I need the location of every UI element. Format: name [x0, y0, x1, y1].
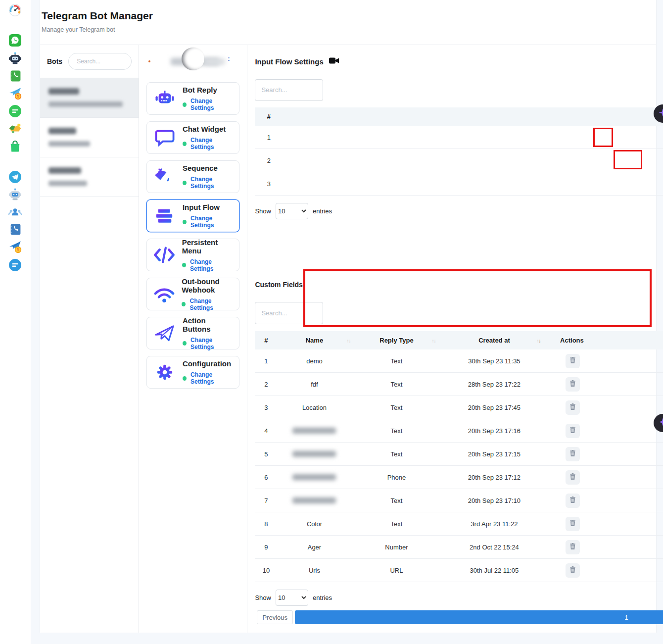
settings-card-sequence[interactable]: SequenceChange Settings	[146, 160, 239, 193]
delete-button[interactable]	[566, 354, 580, 368]
sparkle-icon	[658, 417, 663, 429]
sort-icon[interactable]: ↑↓	[346, 338, 350, 343]
delete-button[interactable]	[566, 377, 580, 392]
speedometer-icon[interactable]	[8, 3, 22, 17]
flow-page-size-select[interactable]: 10	[276, 203, 308, 219]
shopping-bag-icon[interactable]	[8, 140, 22, 153]
settings-card-action-buttons[interactable]: Action ButtonsChange Settings	[146, 317, 239, 349]
flow-search-input[interactable]	[255, 79, 323, 101]
redacted-field-name	[292, 474, 336, 480]
row-number: 3	[255, 180, 283, 188]
settings-card-persistent-menu[interactable]: Persistent MenuChange Settings	[146, 239, 239, 271]
change-settings-link[interactable]: Change Settings	[190, 258, 233, 272]
delete-button[interactable]	[566, 494, 580, 508]
show-label: Show	[255, 207, 271, 215]
app-rail	[0, 0, 31, 644]
delete-button[interactable]	[566, 470, 580, 485]
chat-widget-icon	[153, 128, 177, 147]
bots-panel-header: Bots	[40, 45, 139, 78]
custom-fields-page-size-select[interactable]: 10	[276, 590, 308, 606]
bot-list-item[interactable]	[40, 157, 139, 197]
robot-dark-icon[interactable]	[8, 51, 22, 65]
sort-icon[interactable]: ↑↓	[431, 338, 435, 343]
row-number: 3	[255, 404, 277, 411]
flow-table-row: 3	[255, 172, 663, 196]
redacted-bot-subtitle	[48, 181, 87, 186]
settings-card-input-flow[interactable]: Input FlowChange Settings	[146, 199, 239, 232]
page-subtitle: Manage your Telegram bot	[42, 26, 656, 33]
change-settings-link[interactable]: Change Settings	[190, 98, 233, 111]
custom-field-row: 7Text20th Sep 23 17:10	[255, 489, 663, 512]
previous-page-button[interactable]: Previous	[257, 610, 293, 624]
flow-table-header: # Campaign Name ↑↓ Actions	[255, 107, 663, 126]
row-number: 9	[255, 544, 277, 551]
redacted-bot-subtitle	[48, 101, 123, 107]
users-group-icon[interactable]	[8, 205, 22, 219]
change-settings-link[interactable]: Change Settings	[190, 371, 233, 385]
settings-card-body: ConfigurationChange Settings	[183, 359, 234, 385]
trash-icon	[569, 356, 576, 365]
entries-label: entries	[313, 594, 332, 601]
delete-button[interactable]	[566, 563, 580, 578]
field-reply-type: Number	[351, 544, 441, 551]
chat-bubble-green-icon[interactable]	[8, 104, 22, 118]
bots-search-input[interactable]	[68, 53, 132, 70]
trash-icon	[569, 519, 576, 528]
bot-avatar	[182, 48, 204, 70]
field-reply-type: Text	[351, 450, 441, 458]
app-header: Telegram Bot Manager Manage your Telegra…	[40, 0, 656, 33]
telegram-icon[interactable]	[8, 170, 22, 184]
change-settings-link[interactable]: Change Settings	[190, 337, 233, 350]
phonebook-green-icon[interactable]	[8, 69, 22, 83]
delete-button[interactable]	[566, 447, 580, 461]
field-name: Ager	[277, 544, 351, 551]
change-settings-link[interactable]: Change Settings	[190, 176, 233, 190]
custom-field-row: 4Text20th Sep 23 17:16	[255, 419, 663, 443]
sequence-icon	[153, 167, 177, 186]
settings-card-title: Persistent Menu	[182, 238, 234, 255]
phonebook-blue-icon[interactable]	[8, 223, 22, 236]
settings-card-bot-reply[interactable]: Bot ReplyChange Settings	[146, 82, 239, 115]
column-num: #	[255, 337, 277, 344]
delete-button[interactable]	[566, 517, 580, 531]
trash-icon	[569, 566, 576, 575]
field-created-at: 30th Sep 23 11:35	[441, 357, 547, 365]
status-dot-green	[183, 102, 187, 107]
settings-card-out-bound-webhook[interactable]: Out-bound WebhookChange Settings	[146, 278, 239, 310]
column-reply-type[interactable]: Reply Type ↑↓	[351, 337, 441, 344]
custom-fields-search-input[interactable]	[255, 302, 323, 324]
bot-list-item[interactable]	[40, 78, 139, 118]
settings-card-configuration[interactable]: ConfigurationChange Settings	[146, 356, 239, 389]
settings-card-title: Out-bound Webhook	[182, 277, 233, 294]
settings-card-title: Input Flow	[183, 203, 234, 211]
custom-field-row: 6Phone20th Sep 23 17:12	[255, 466, 663, 489]
status-dot-green	[183, 376, 187, 381]
column-campaign-name[interactable]: Campaign Name ↑↓	[283, 113, 663, 120]
bot-reply-icon	[153, 89, 177, 108]
field-name: fdf	[277, 381, 351, 388]
change-settings-link[interactable]: Change Settings	[189, 297, 233, 311]
settings-card-chat-widget[interactable]: Chat WidgetChange Settings	[146, 121, 239, 154]
change-settings-link[interactable]: Change Settings	[190, 215, 233, 229]
whatsapp-icon[interactable]	[8, 34, 22, 47]
paper-plane-coin-icon[interactable]	[8, 87, 22, 100]
column-name[interactable]: Name ↑↓	[277, 337, 351, 344]
delete-button[interactable]	[566, 540, 580, 554]
paper-plane-coin-blue-icon[interactable]	[8, 240, 22, 253]
delete-button[interactable]	[566, 400, 580, 415]
video-camera-icon	[329, 57, 339, 66]
robot-blue-icon[interactable]	[8, 188, 22, 201]
status-dot-green	[182, 263, 186, 267]
sort-icon-active[interactable]: ↑↓	[536, 338, 540, 343]
custom-fields-pagination: Previous12Next	[255, 610, 663, 624]
delete-button[interactable]	[566, 424, 580, 438]
page-button-1[interactable]: 1	[295, 610, 663, 624]
trash-icon	[569, 403, 576, 412]
change-settings-link[interactable]: Change Settings	[190, 137, 233, 150]
bot-list-item[interactable]	[40, 118, 139, 157]
content-panel: Input Flow Settings Options ▼	[247, 45, 663, 633]
chat-bubble-blue-icon[interactable]	[8, 258, 22, 272]
custom-field-row: 8ColorText3rd Apr 23 11:22	[255, 512, 663, 536]
column-created-at[interactable]: Created at ↑↓	[441, 337, 547, 344]
handshake-icon[interactable]	[8, 122, 22, 135]
